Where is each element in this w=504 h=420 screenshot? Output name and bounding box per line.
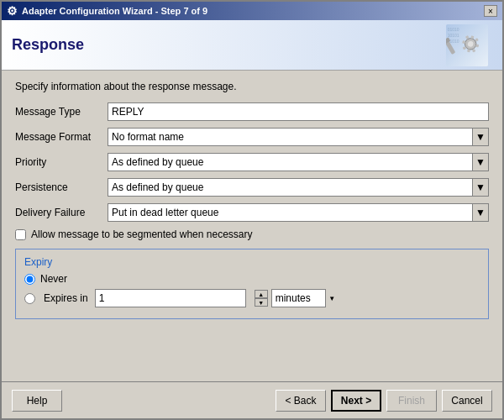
- cancel-button[interactable]: Cancel: [442, 390, 492, 412]
- delivery-failure-row: Delivery Failure Put in dead letter queu…: [15, 203, 489, 222]
- wizard-window: ⚙ Adapter Configuration Wizard - Step 7 …: [0, 0, 504, 420]
- expires-in-spinner: ▲ ▼: [255, 290, 268, 307]
- persistence-select[interactable]: As defined by queue: [108, 178, 489, 197]
- svg-text:10101: 10101: [448, 33, 459, 38]
- message-type-label: Message Type: [15, 106, 108, 118]
- priority-row: Priority As defined by queue ▼: [15, 153, 489, 171]
- window-title: Adapter Configuration Wizard - Step 7 of…: [22, 6, 207, 16]
- priority-control: As defined by queue ▼: [108, 153, 489, 171]
- message-format-row: Message Format No format name ▼: [15, 128, 489, 146]
- delivery-failure-control: Put in dead letter queue ▼: [108, 203, 489, 222]
- footer: Help < Back Next > Finish Cancel: [2, 381, 502, 418]
- page-title: Response: [12, 36, 84, 54]
- message-format-label: Message Format: [15, 131, 108, 143]
- priority-select[interactable]: As defined by queue: [108, 153, 489, 171]
- persistence-control: As defined by queue ▼: [108, 178, 489, 197]
- footer-right: < Back Next > Finish Cancel: [276, 390, 492, 412]
- title-bar: ⚙ Adapter Configuration Wizard - Step 7 …: [2, 2, 502, 20]
- form-content: Specify information about the response m…: [2, 71, 502, 381]
- message-type-input[interactable]: [108, 102, 489, 121]
- next-button[interactable]: Next >: [331, 390, 381, 412]
- time-unit-select[interactable]: minutes seconds hours: [271, 289, 339, 307]
- allow-segment-row: Allow message to be segmented when neces…: [15, 228, 489, 240]
- header-icon-area: 01010 10101 01010: [442, 24, 492, 66]
- svg-text:01010: 01010: [448, 27, 459, 32]
- expires-in-input[interactable]: [95, 289, 246, 307]
- never-label: Never: [40, 273, 67, 285]
- delivery-failure-label: Delivery Failure: [15, 207, 108, 218]
- time-unit-wrapper: minutes seconds hours ▼: [271, 289, 339, 307]
- message-type-control: [108, 102, 489, 121]
- help-button[interactable]: Help: [12, 390, 62, 412]
- message-format-select[interactable]: No format name: [108, 128, 489, 146]
- allow-segment-label: Allow message to be segmented when neces…: [31, 228, 252, 240]
- back-button[interactable]: < Back: [276, 390, 326, 412]
- footer-left: Help: [12, 390, 62, 412]
- header-banner: Response 01010 10101 01010: [2, 20, 502, 71]
- spinner-down-button[interactable]: ▼: [255, 298, 268, 307]
- close-button[interactable]: ×: [484, 5, 497, 17]
- expires-in-radio[interactable]: [24, 293, 35, 304]
- gear-icon: 01010 10101 01010: [446, 24, 488, 66]
- persistence-row: Persistence As defined by queue ▼: [15, 178, 489, 197]
- expiry-legend: Expiry: [24, 256, 480, 268]
- finish-button[interactable]: Finish: [386, 390, 437, 412]
- message-type-row: Message Type: [15, 102, 489, 121]
- allow-segment-checkbox[interactable]: [15, 229, 26, 240]
- app-icon: ⚙: [7, 4, 18, 18]
- delivery-failure-select[interactable]: Put in dead letter queue: [108, 203, 489, 222]
- never-radio-row: Never: [24, 273, 480, 285]
- priority-label: Priority: [15, 156, 108, 168]
- spinner-up-button[interactable]: ▲: [255, 290, 268, 298]
- never-radio[interactable]: [24, 274, 35, 285]
- expiry-group: Expiry Never Expires in ▲ ▼ minutes se: [15, 249, 489, 319]
- message-format-control: No format name ▼: [108, 128, 489, 146]
- expires-in-row: Expires in ▲ ▼ minutes seconds hours ▼: [24, 289, 480, 307]
- description-text: Specify information about the response m…: [15, 81, 489, 92]
- expires-in-label: Expires in: [44, 292, 88, 304]
- persistence-label: Persistence: [15, 181, 108, 193]
